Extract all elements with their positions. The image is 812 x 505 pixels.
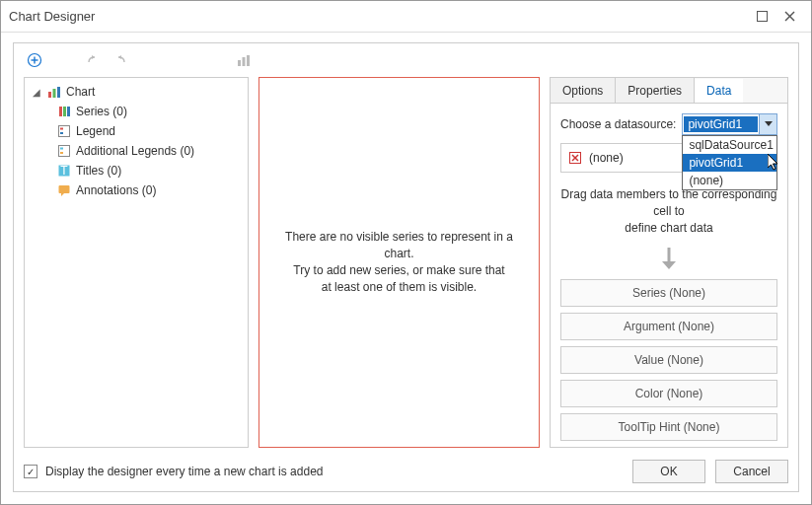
undo-button[interactable]	[79, 47, 105, 73]
svg-rect-10	[53, 89, 56, 98]
tree-panel[interactable]: ◢ Chart Series (0) Legend Addition	[24, 77, 249, 448]
tree-label: Chart	[66, 85, 95, 99]
datasource-option[interactable]: (none)	[683, 172, 776, 189]
series-none-label: (none)	[589, 151, 624, 165]
chart-designer-window: Chart Designer	[0, 0, 812, 505]
svg-rect-18	[59, 146, 70, 157]
content-panel: ◢ Chart Series (0) Legend Addition	[13, 42, 799, 492]
maximize-button[interactable]	[748, 5, 775, 29]
tree-node-series[interactable]: Series (0)	[27, 102, 246, 121]
data-tab-body: Choose a datasource: pivotGrid1 sqlDataS…	[550, 103, 788, 448]
svg-rect-7	[243, 57, 246, 66]
series-icon	[56, 104, 72, 119]
right-panel: Options Properties Data Choose a datasou…	[550, 77, 788, 448]
preview-text: at least one of them is visible.	[271, 279, 527, 296]
datasource-option[interactable]: pivotGrid1	[683, 154, 776, 172]
slot-argument[interactable]: Argument (None)	[560, 313, 777, 340]
preview-text: Try to add new series, or make sure that	[271, 262, 527, 279]
svg-rect-6	[238, 60, 241, 66]
add-button[interactable]	[22, 47, 47, 73]
display-on-new-label: Display the designer every time a new ch…	[45, 465, 323, 478]
tree-node-additional-legends[interactable]: Additional Legends (0)	[27, 141, 246, 161]
annotations-icon	[56, 182, 72, 198]
tabs: Options Properties Data	[550, 77, 788, 103]
ok-button[interactable]: OK	[632, 460, 705, 483]
tree-label: Legend	[76, 124, 115, 138]
svg-rect-13	[63, 107, 66, 116]
svg-rect-12	[59, 107, 62, 116]
svg-rect-8	[247, 55, 250, 66]
tree-node-chart[interactable]: ◢ Chart	[27, 82, 246, 102]
legend-icon	[56, 123, 72, 139]
svg-rect-16	[60, 128, 63, 130]
tree-node-titles[interactable]: T Titles (0)	[27, 161, 246, 180]
svg-rect-11	[57, 87, 60, 98]
titlebar: Chart Designer	[1, 1, 811, 33]
tree-label: Annotations (0)	[76, 183, 156, 197]
dropdown-arrow-icon[interactable]	[759, 114, 776, 134]
cancel-button[interactable]: Cancel	[715, 460, 788, 483]
delete-icon[interactable]	[567, 150, 583, 166]
titles-icon: T	[56, 163, 72, 179]
datasource-selected: pivotGrid1	[684, 116, 758, 132]
toolbar	[14, 43, 798, 77]
window-title: Chart Designer	[9, 9, 748, 24]
tree-node-annotations[interactable]: Annotations (0)	[27, 180, 246, 200]
chart-type-button[interactable]	[231, 47, 257, 73]
svg-text:T: T	[60, 164, 68, 178]
datasource-option[interactable]: sqlDataSource1	[683, 136, 776, 154]
svg-rect-17	[60, 132, 63, 134]
tree-label: Titles (0)	[76, 164, 121, 178]
tree-label: Additional Legends (0)	[76, 144, 194, 158]
preview-text: There are no visible series to represent…	[271, 229, 527, 262]
tree-node-legend[interactable]: Legend	[27, 121, 246, 141]
svg-rect-9	[48, 92, 51, 98]
chart-preview: There are no visible series to represent…	[258, 77, 540, 448]
chart-icon	[46, 84, 62, 100]
slot-color[interactable]: Color (None)	[560, 380, 777, 407]
svg-rect-0	[757, 12, 767, 22]
slot-value[interactable]: Value (None)	[560, 346, 777, 374]
collapse-icon[interactable]: ◢	[31, 87, 42, 98]
arrow-down-icon	[659, 246, 679, 271]
datasource-dropdown[interactable]: sqlDataSource1 pivotGrid1 (none)	[682, 135, 777, 190]
datasource-combo[interactable]: pivotGrid1 sqlDataSource1 pivotGrid1 (no…	[682, 113, 777, 135]
slot-series[interactable]: Series (None)	[560, 279, 777, 307]
main-area: ◢ Chart Series (0) Legend Addition	[14, 77, 798, 454]
close-button[interactable]	[775, 5, 803, 29]
svg-rect-23	[59, 185, 70, 193]
footer: ✓ Display the designer every time a new …	[14, 454, 798, 491]
tab-properties[interactable]: Properties	[616, 78, 695, 103]
additional-legends-icon	[56, 143, 72, 159]
redo-button[interactable]	[109, 47, 134, 73]
svg-rect-15	[59, 126, 70, 137]
datasource-label: Choose a datasource:	[560, 117, 676, 131]
svg-rect-14	[67, 107, 70, 116]
svg-rect-19	[60, 148, 63, 150]
display-on-new-checkbox[interactable]: ✓	[24, 465, 37, 478]
svg-rect-20	[60, 152, 63, 154]
tab-data[interactable]: Data	[695, 79, 743, 104]
tree-label: Series (0)	[76, 105, 127, 118]
slot-tooltip[interactable]: ToolTip Hint (None)	[560, 413, 777, 441]
tab-options[interactable]: Options	[551, 78, 616, 103]
drag-hint: Drag data members to the corresponding c…	[560, 186, 777, 236]
